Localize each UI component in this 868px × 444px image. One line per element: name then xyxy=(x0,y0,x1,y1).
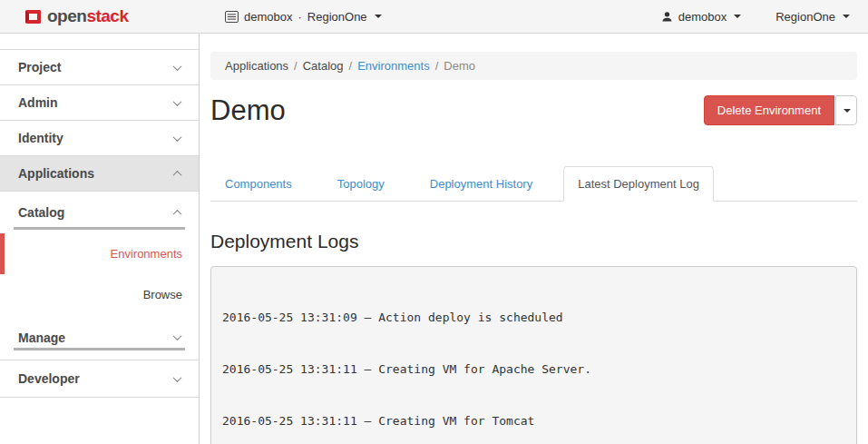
breadcrumb-catalog: Catalog xyxy=(303,59,344,73)
tab-components[interactable]: Components xyxy=(210,166,307,202)
sidebar-item-label: Catalog xyxy=(18,205,64,220)
breadcrumb-environments-link[interactable]: Environments xyxy=(357,59,429,73)
chevron-down-icon xyxy=(173,373,182,382)
log-line: 2016-05-25 13:31:09 — Action deploy is s… xyxy=(222,309,845,326)
sidebar-item-label: Browse xyxy=(143,288,182,301)
switcher-region-label: RegionOne xyxy=(307,10,367,24)
breadcrumb-separator: / xyxy=(430,59,444,73)
sidebar-item-label: Admin xyxy=(18,95,58,110)
caret-down-icon xyxy=(375,15,382,18)
breadcrumb-applications: Applications xyxy=(225,59,288,73)
environment-actions: Delete Environment xyxy=(704,95,857,125)
breadcrumb: Applications/Catalog/Environments/Demo xyxy=(210,52,857,80)
sidebar-item-project[interactable]: Project xyxy=(0,50,199,85)
openstack-logo[interactable]: openstack xyxy=(25,6,129,26)
switcher-project-label: demobox xyxy=(244,10,292,24)
project-region-switcher[interactable]: demobox · RegionOne xyxy=(225,10,382,24)
chevron-up-icon xyxy=(173,170,182,179)
caret-down-icon xyxy=(843,15,850,18)
tab-deployment-history[interactable]: Deployment History xyxy=(415,166,547,202)
log-text: 2016-05-25 13:31:09 — Action deploy is s… xyxy=(222,311,563,324)
sidebar-item-label: Applications xyxy=(18,166,94,181)
chevron-up-icon xyxy=(173,209,182,218)
detail-tabs: Components Topology Deployment History L… xyxy=(210,166,857,202)
caret-down-icon xyxy=(844,109,851,113)
breadcrumb-separator: / xyxy=(288,59,303,73)
list-icon xyxy=(225,11,239,23)
main-content: Applications/Catalog/Environments/Demo D… xyxy=(200,34,868,444)
log-text: 2016-05-25 13:31:11 — Creating VM for Ap… xyxy=(222,362,591,376)
sidebar-item-admin[interactable]: Admin xyxy=(0,85,199,121)
sidebar-item-label: Project xyxy=(18,60,61,74)
chevron-down-icon xyxy=(173,133,182,142)
log-text: 2016-05-25 13:31:11 — Creating VM for To… xyxy=(222,414,534,428)
sidebar-item-label: Environments xyxy=(111,247,182,261)
navbar-right: demobox RegionOne xyxy=(661,10,850,24)
breadcrumb-separator: / xyxy=(344,59,358,73)
tab-topology[interactable]: Topology xyxy=(323,166,399,202)
logo-stack-text: stack xyxy=(86,6,128,25)
sidebar-item-catalog[interactable]: Catalog xyxy=(0,192,199,233)
sidebar-item-environments[interactable]: Environments xyxy=(0,233,199,274)
chevron-down-icon xyxy=(173,62,182,71)
user-menu-label: demobox xyxy=(678,10,727,24)
top-navbar: openstack demobox · RegionOne demobox Re… xyxy=(0,0,868,34)
deployment-logs-heading: Deployment Logs xyxy=(210,231,857,252)
openstack-cube-icon xyxy=(25,10,41,24)
sidebar-item-label: Identity xyxy=(18,131,63,145)
sidebar-item-identity[interactable]: Identity xyxy=(0,121,199,156)
breadcrumb-current-demo: Demo xyxy=(444,59,475,73)
region-menu[interactable]: RegionOne xyxy=(775,10,850,24)
sidebar-item-browse[interactable]: Browse xyxy=(0,274,199,315)
log-line: 2016-05-25 13:31:11 — Creating VM for Ap… xyxy=(222,360,845,378)
tab-latest-deployment-log[interactable]: Latest Deployment Log xyxy=(563,166,714,202)
chevron-down-icon xyxy=(173,331,182,340)
logo-open-text: open xyxy=(47,6,86,25)
user-menu[interactable]: demobox xyxy=(661,10,741,24)
sidebar-nav: Project Admin Identity Applications Cata… xyxy=(0,34,200,444)
delete-environment-button[interactable]: Delete Environment xyxy=(704,95,834,125)
log-line: 2016-05-25 13:31:11 — Creating VM for To… xyxy=(222,412,845,429)
page-title: Demo xyxy=(210,94,286,128)
caret-down-icon xyxy=(734,15,741,18)
sidebar-item-label: Developer xyxy=(18,371,80,386)
sidebar-item-manage[interactable]: Manage xyxy=(0,315,199,360)
chevron-down-icon xyxy=(173,97,182,106)
user-icon xyxy=(661,11,673,23)
deployment-log-output: 2016-05-25 13:31:09 — Action deploy is s… xyxy=(210,266,857,444)
switcher-dot: · xyxy=(297,10,301,24)
sidebar-top-strip xyxy=(0,34,199,50)
sidebar-item-applications[interactable]: Applications xyxy=(0,156,199,192)
region-menu-label: RegionOne xyxy=(775,10,835,24)
sidebar-item-label: Manage xyxy=(18,331,65,345)
openstack-wordmark: openstack xyxy=(47,6,129,26)
sidebar-item-developer[interactable]: Developer xyxy=(0,360,199,398)
page-header: Demo Delete Environment xyxy=(210,94,857,128)
more-actions-dropdown-button[interactable] xyxy=(835,95,857,125)
